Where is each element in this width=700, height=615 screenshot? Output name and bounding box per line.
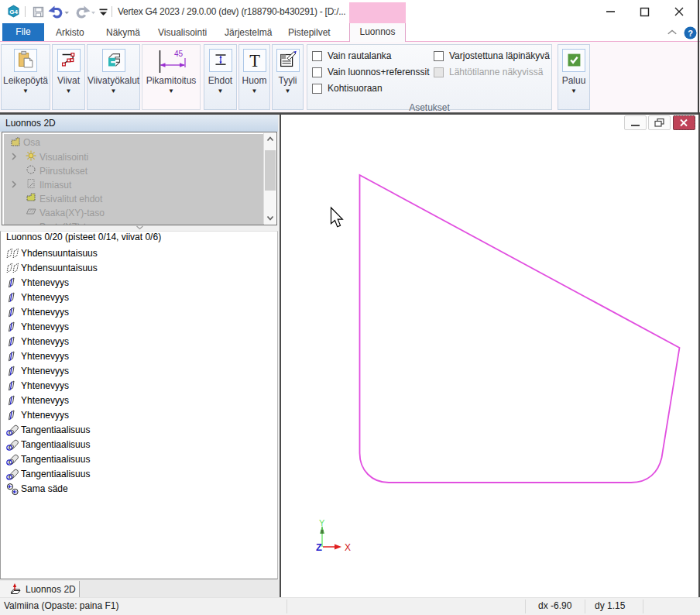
- svg-text:45: 45: [174, 50, 184, 58]
- svg-text:T: T: [249, 51, 260, 70]
- svg-text:Z: Z: [316, 541, 322, 553]
- svg-text:X: X: [345, 542, 351, 553]
- svg-text:G4: G4: [9, 9, 18, 15]
- svg-text:?: ?: [688, 29, 693, 38]
